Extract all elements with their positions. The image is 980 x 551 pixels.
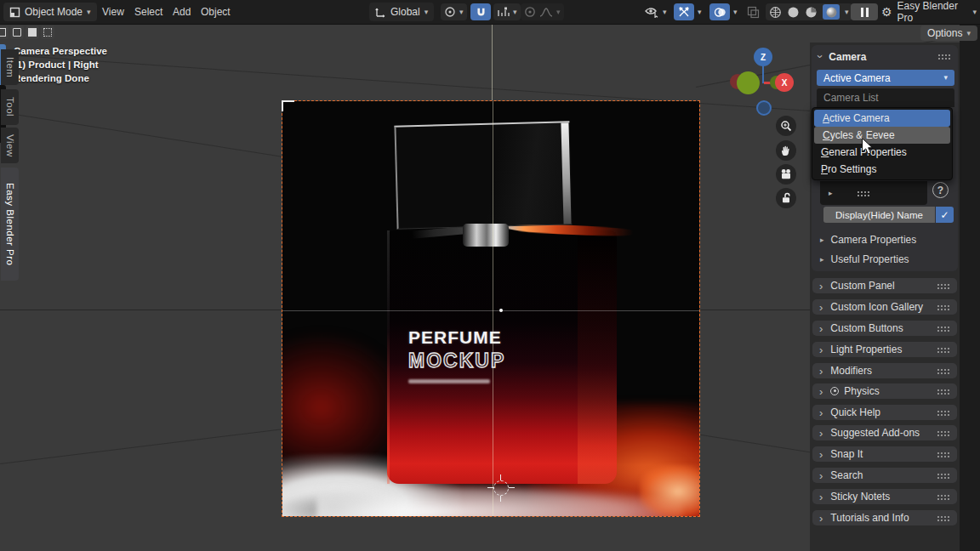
camera-panel-title: Camera bbox=[829, 51, 866, 63]
sidebar-tab-view[interactable]: View bbox=[1, 128, 19, 163]
camera-view-button[interactable] bbox=[776, 164, 796, 185]
material-shading-icon[interactable] bbox=[805, 6, 818, 19]
sidebar-tab-item[interactable]: Item bbox=[1, 49, 19, 85]
panel-suggested-addons[interactable]: ›Suggested Add-ons bbox=[812, 425, 957, 440]
drag-handle-icon[interactable] bbox=[937, 452, 950, 457]
active-camera-dropdown[interactable]: Active Camera ▾ bbox=[817, 70, 954, 86]
zoom-button[interactable] bbox=[776, 116, 796, 136]
panel-custom-buttons[interactable]: ›Custom Buttons bbox=[812, 321, 957, 336]
transform-orientation-selector[interactable]: Global ▾ bbox=[369, 3, 434, 21]
gizmo-axis-z-ball[interactable]: Z bbox=[754, 48, 772, 66]
wireframe-shading-icon[interactable] bbox=[769, 6, 782, 19]
solid-shading-icon[interactable] bbox=[787, 6, 800, 19]
drag-handle-icon[interactable] bbox=[937, 326, 950, 332]
pivot-point-selector[interactable]: ▾ bbox=[441, 3, 467, 20]
mode-selector[interactable]: Object Mode ▾ bbox=[3, 3, 97, 21]
drag-handle-icon[interactable] bbox=[937, 410, 950, 416]
bottle-label: PERFUME MOCKUP bbox=[408, 327, 561, 383]
vertical-guide-line bbox=[492, 24, 493, 100]
editor-type-icon bbox=[9, 7, 20, 18]
panel-modifiers[interactable]: ›Modifiers bbox=[812, 363, 957, 378]
bottle-label-subtitle: MOCKUP bbox=[408, 349, 561, 372]
menu-view[interactable]: View bbox=[102, 6, 124, 18]
gizmo-axis-y-ball[interactable] bbox=[737, 71, 760, 94]
display-hide-name-button[interactable]: Display(Hide) Name bbox=[823, 207, 935, 223]
lock-view-button[interactable] bbox=[776, 188, 796, 208]
display-hide-name-checkbox[interactable]: ✓ bbox=[936, 207, 954, 223]
render-preview: PERFUME MOCKUP bbox=[282, 101, 699, 516]
xray-toggle[interactable] bbox=[744, 3, 763, 20]
panel-custom-icon-gallery[interactable]: ›Custom Icon Gallery bbox=[812, 299, 957, 315]
sidebar-tab-tool[interactable]: Tool bbox=[1, 89, 19, 125]
sidebar-tab-easy-blender-pro[interactable]: Easy Blender Pro bbox=[1, 168, 19, 281]
menu-add[interactable]: Add bbox=[173, 6, 191, 18]
gizmo-axis-x-ball[interactable]: X bbox=[775, 73, 794, 92]
options-button[interactable]: Options ▾ bbox=[920, 26, 977, 41]
collapsed-list-row[interactable]: ▸ bbox=[820, 181, 927, 205]
show-gizmo-toggle[interactable] bbox=[674, 3, 694, 20]
orientation-label: Global bbox=[390, 6, 420, 18]
chevron-down-icon[interactable]: ▾ bbox=[733, 9, 738, 16]
pause-render-button[interactable] bbox=[851, 3, 878, 20]
drag-handle-icon[interactable] bbox=[937, 494, 950, 500]
xray-icon bbox=[747, 6, 760, 19]
drag-handle-icon[interactable] bbox=[937, 283, 950, 289]
drag-handle-icon[interactable] bbox=[937, 389, 950, 395]
object-visibility-selector[interactable]: ▾ bbox=[641, 3, 670, 20]
unlock-icon bbox=[780, 192, 792, 204]
drag-handle-icon[interactable] bbox=[937, 368, 950, 374]
menu-select[interactable]: Select bbox=[134, 6, 162, 18]
drag-handle-icon[interactable] bbox=[937, 515, 950, 521]
addon-menu-button[interactable]: ⚙ Easy Blender Pro ▾ bbox=[878, 3, 980, 20]
axis-z-label: Z bbox=[761, 53, 766, 62]
drag-handle-icon[interactable] bbox=[937, 430, 950, 436]
camera-frame[interactable]: PERFUME MOCKUP bbox=[282, 100, 700, 517]
menu-item-general-properties[interactable]: General Properties bbox=[812, 144, 952, 161]
proportional-edit-icon bbox=[524, 6, 536, 18]
menu-item-cycles-eevee[interactable]: Cycles & Eevee bbox=[814, 127, 950, 144]
panel-snap-it[interactable]: ›Snap It bbox=[812, 446, 957, 462]
addon-menu-label: Easy Blender Pro bbox=[897, 0, 968, 24]
panel-tutorials-info[interactable]: ›Tutorials and Info bbox=[812, 510, 957, 525]
panel-physics[interactable]: ›Physics bbox=[812, 383, 957, 399]
collapsed-arrow-icon: ▸ bbox=[820, 255, 824, 264]
menu-item-active-camera[interactable]: Active Camera bbox=[814, 110, 950, 127]
select-mode-box-button[interactable] bbox=[10, 26, 24, 39]
menu-object[interactable]: Object bbox=[201, 6, 231, 18]
select-circle-icon bbox=[28, 28, 37, 37]
drag-handle-icon[interactable] bbox=[937, 54, 951, 60]
snap-toggle[interactable] bbox=[470, 3, 491, 20]
chevron-down-icon: ▾ bbox=[459, 9, 464, 16]
useful-properties-subpanel[interactable]: ▸ Useful Properties bbox=[820, 253, 909, 265]
rendered-shading-button[interactable] bbox=[823, 4, 840, 20]
pan-button[interactable] bbox=[776, 140, 796, 161]
panel-light-properties[interactable]: ›Light Properties bbox=[812, 342, 957, 357]
chevron-down-icon[interactable]: ▾ bbox=[698, 9, 702, 16]
panel-quick-help[interactable]: ›Quick Help bbox=[812, 405, 957, 420]
proportional-editing-group[interactable]: ▾ bbox=[521, 3, 564, 20]
chevron-right-icon: › bbox=[819, 323, 823, 334]
panel-search[interactable]: ›Search bbox=[812, 468, 957, 483]
drag-handle-icon[interactable] bbox=[937, 347, 950, 353]
select-mode-circle-button[interactable] bbox=[26, 26, 39, 39]
camera-panel-header[interactable]: › Camera bbox=[818, 50, 951, 63]
gizmo-axis-neg-z-ball[interactable] bbox=[756, 100, 772, 116]
panel-sticky-notes[interactable]: ›Sticky Notets bbox=[812, 489, 957, 504]
snap-settings[interactable]: ▾ bbox=[493, 3, 521, 20]
view-name-text: Camera Perspective bbox=[14, 44, 107, 58]
camera-properties-subpanel[interactable]: ▸ Camera Properties bbox=[820, 234, 916, 246]
drag-handle-icon[interactable] bbox=[937, 304, 950, 310]
panel-custom-panel[interactable]: ›Custom Panel bbox=[812, 278, 957, 293]
chevron-down-icon[interactable]: ▾ bbox=[845, 9, 849, 16]
menu-item-pro-settings[interactable]: Pro Settings bbox=[812, 161, 952, 178]
select-mode-tweak-button[interactable] bbox=[0, 26, 9, 39]
show-overlays-toggle[interactable] bbox=[709, 3, 730, 20]
chevron-expanded-icon: › bbox=[814, 54, 827, 58]
help-button[interactable]: ? bbox=[932, 182, 949, 198]
camera-list-box[interactable]: Camera List bbox=[817, 88, 954, 107]
chevron-right-icon: › bbox=[819, 449, 823, 460]
select-mode-lasso-button[interactable] bbox=[41, 26, 54, 39]
chevron-down-icon: ▾ bbox=[513, 9, 517, 16]
chevron-right-icon: › bbox=[819, 513, 823, 524]
drag-handle-icon[interactable] bbox=[937, 473, 950, 479]
